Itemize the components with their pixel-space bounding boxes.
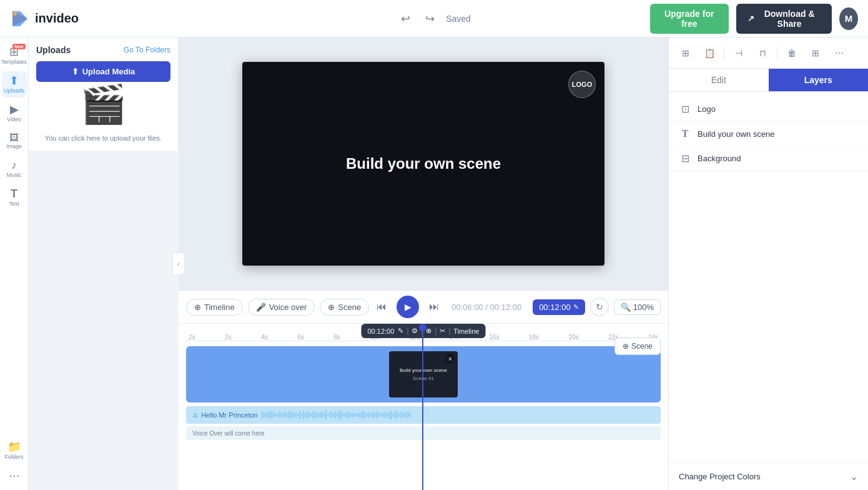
sidebar-label-image: Image bbox=[6, 143, 22, 149]
skip-back-button[interactable]: ⏮ bbox=[374, 299, 389, 315]
timeline-playhead[interactable] bbox=[422, 324, 423, 490]
upgrade-button[interactable]: Upgrade for free bbox=[650, 4, 729, 34]
layer-background-icon: ⊟ bbox=[679, 152, 691, 164]
uploads-icon: ⬆ bbox=[9, 75, 19, 86]
tooltip-copy-icon: ⊕ bbox=[426, 327, 432, 335]
change-colors-label: Change Project Colors bbox=[679, 472, 850, 481]
sidebar-label-music: Music bbox=[7, 172, 22, 178]
sidebar-item-templates[interactable]: New ⊞ Templates bbox=[2, 42, 27, 69]
mic-icon: 🎤 bbox=[256, 302, 266, 312]
voiceover-placeholder-text: Voice Over will come here bbox=[192, 430, 265, 437]
sidebar-item-text[interactable]: T Text bbox=[2, 184, 27, 211]
timeline-area: ⊕ Timeline 🎤 Voice over ⊕ Scene ⏮ ▶ ⏭ 00… bbox=[179, 290, 668, 490]
layer-background-name: Background bbox=[698, 154, 858, 163]
change-project-colors-row[interactable]: Change Project Colors ⌄ bbox=[669, 462, 868, 490]
sidebar-label-uploads: Uploads bbox=[4, 88, 24, 94]
play-button[interactable]: ▶ bbox=[397, 296, 419, 318]
user-avatar-button[interactable]: M bbox=[839, 8, 858, 30]
voiceover-track: Voice Over will come here bbox=[186, 426, 661, 440]
video-scene-title: Build your own scene bbox=[346, 155, 501, 172]
play-icon: ▶ bbox=[405, 302, 412, 312]
timeline-track-area[interactable]: 2s 2s 4s 6s 8s 10s 12s 14s 16s 18s 20s 2… bbox=[179, 324, 668, 490]
scene-close-button[interactable]: × bbox=[445, 354, 455, 364]
toolbar-grid-button[interactable]: ⊞ bbox=[806, 44, 825, 62]
uploads-panel: Uploads Go To Folders ⬆ Upload Media 🎬 Y… bbox=[29, 38, 179, 151]
redo-button[interactable]: ↪ bbox=[422, 8, 438, 29]
timeline-tab-button[interactable]: ⊕ Timeline bbox=[186, 299, 243, 316]
skip-forward-button[interactable]: ⏭ bbox=[427, 299, 441, 315]
more-icon: ⋯ bbox=[9, 470, 20, 481]
add-scene-button[interactable]: ⊕ Scene bbox=[614, 338, 661, 355]
sidebar-item-image[interactable]: 🖼 Image bbox=[2, 129, 27, 153]
voiceover-tab-button[interactable]: 🎤 Voice over bbox=[248, 299, 315, 316]
layer-item-background[interactable]: ⊟ Background bbox=[669, 146, 868, 171]
change-colors-chevron-button[interactable]: ⌄ bbox=[850, 471, 858, 482]
uploads-illustration: 🎬 bbox=[80, 82, 127, 126]
uploads-header: Uploads Go To Folders bbox=[36, 45, 170, 55]
sidebar-item-video[interactable]: ▶ Video bbox=[2, 100, 27, 126]
toolbar-paste-button[interactable]: 📋 bbox=[700, 44, 719, 62]
upload-media-button[interactable]: ⬆ Upload Media bbox=[36, 61, 170, 82]
layer-item-text[interactable]: T Build your own scene bbox=[669, 122, 868, 146]
layer-item-logo[interactable]: ⊡ Logo bbox=[669, 97, 868, 122]
scene-thumbnail: Build your own scene Scene 01 × bbox=[389, 351, 458, 398]
layers-list: ⊡ Logo T Build your own scene ⊟ Backgrou… bbox=[669, 92, 868, 462]
toolbar-more-button[interactable]: ⋯ bbox=[830, 44, 849, 62]
music-note-icon: ♫ bbox=[192, 411, 197, 419]
nav-right: Upgrade for free ↗ Download & Share M bbox=[650, 4, 859, 34]
sidebar-label-templates: Templates bbox=[1, 59, 27, 65]
music-waveform bbox=[262, 410, 654, 420]
sidebar-item-more[interactable]: ⋯ bbox=[2, 466, 27, 485]
timeline-controls: ⊕ Timeline 🎤 Voice over ⊕ Scene ⏮ ▶ ⏭ 00… bbox=[179, 291, 668, 324]
top-navigation: invideo ↩ ↪ Saved Upgrade for free ↗ Dow… bbox=[0, 0, 868, 38]
right-panel-tabs: Edit Layers bbox=[669, 69, 868, 92]
download-share-button[interactable]: ↗ Download & Share bbox=[736, 4, 832, 34]
refresh-button[interactable]: ↻ bbox=[590, 298, 609, 316]
timeline-tracks: 00:12:00 ✎ ⚙ ⊕ ✂ Timeline bbox=[186, 346, 661, 446]
go-to-folders-link[interactable]: Go To Folders bbox=[124, 46, 170, 54]
toolbar-delete-button[interactable]: 🗑 bbox=[782, 44, 801, 62]
sidebar-label-folders: Folders bbox=[4, 454, 23, 460]
upload-icon: ⬆ bbox=[72, 67, 79, 76]
zoom-control: 🔍 100% bbox=[614, 299, 661, 315]
scene-tab-button[interactable]: ⊕ Scene bbox=[320, 299, 369, 316]
layer-logo-name: Logo bbox=[698, 104, 858, 114]
svg-point-2 bbox=[13, 12, 17, 16]
music-track[interactable]: ♫ Hello Mr Princeton bbox=[186, 406, 661, 424]
uploads-empty-state: 🎬 You can click here to upload your file… bbox=[36, 82, 170, 143]
video-canvas[interactable]: Build your own scene LOGO bbox=[242, 62, 604, 266]
image-icon: 🖼 bbox=[9, 132, 19, 142]
music-track-name: Hello Mr Princeton bbox=[201, 411, 257, 419]
saved-status: Saved bbox=[446, 14, 471, 24]
tooltip-scissors-icon: ✂ bbox=[440, 327, 445, 335]
panel-collapse-button[interactable]: ‹ bbox=[172, 252, 185, 275]
video-logo-badge: LOGO bbox=[568, 71, 596, 98]
sidebar-item-music[interactable]: ♪ Music bbox=[2, 156, 27, 182]
scene-track[interactable]: 00:12:00 ✎ ⚙ ⊕ ✂ Timeline bbox=[186, 346, 661, 402]
uploads-panel-wrapper: Uploads Go To Folders ⬆ Upload Media 🎬 Y… bbox=[29, 38, 179, 490]
tooltip-settings-icon: ⚙ bbox=[412, 327, 418, 335]
undo-button[interactable]: ↩ bbox=[397, 8, 414, 29]
scene-thumb-label: Scene 01 bbox=[413, 376, 434, 381]
edit-icon: ✎ bbox=[398, 327, 403, 335]
layer-text-icon: T bbox=[679, 128, 691, 139]
uploads-panel-title: Uploads bbox=[36, 45, 71, 55]
toolbar-copy-button[interactable]: ⊞ bbox=[676, 44, 695, 62]
logo-area: invideo bbox=[10, 9, 219, 29]
video-icon: ▶ bbox=[10, 104, 19, 115]
invideo-logo-icon bbox=[10, 9, 30, 29]
sidebar-item-uploads[interactable]: ⬆ Uploads bbox=[2, 71, 27, 98]
tab-edit-button[interactable]: Edit bbox=[669, 69, 769, 91]
uploads-empty-text: You can click here to upload your files. bbox=[45, 134, 162, 143]
toolbar-align-corner-button[interactable]: ⊓ bbox=[753, 44, 772, 62]
edit-time-icon: ✎ bbox=[573, 303, 579, 311]
logo-text: invideo bbox=[35, 11, 79, 26]
time-input-box[interactable]: 00:12:00 ✎ bbox=[533, 299, 585, 315]
toolbar-align-left-button[interactable]: ⊣ bbox=[729, 44, 748, 62]
folders-icon: 📁 bbox=[7, 441, 21, 452]
sidebar-label-video: Video bbox=[7, 116, 21, 122]
sidebar-item-folders[interactable]: 📁 Folders bbox=[2, 438, 27, 464]
tab-layers-button[interactable]: Layers bbox=[769, 69, 869, 91]
main-layout: New ⊞ Templates ⬆ Uploads ▶ Video 🖼 Imag… bbox=[0, 38, 868, 490]
left-sidebar: New ⊞ Templates ⬆ Uploads ▶ Video 🖼 Imag… bbox=[0, 38, 29, 490]
